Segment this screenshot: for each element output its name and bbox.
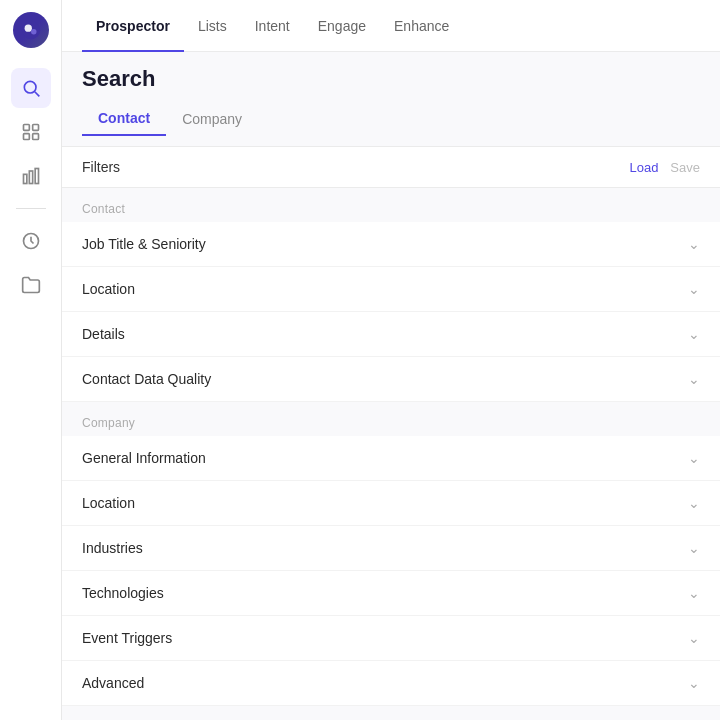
filter-job-title[interactable]: Job Title & Seniority ⌄ [62,222,720,267]
search-title: Search [82,66,700,92]
filter-industries[interactable]: Industries ⌄ [62,526,720,571]
nav-prospector[interactable]: Prospector [82,0,184,52]
company-section-label: Company [62,402,720,436]
tab-company[interactable]: Company [166,102,258,136]
sidebar-chart-icon[interactable] [11,156,51,196]
filters-bar: Filters Load Save [62,147,720,188]
chevron-down-icon: ⌄ [688,450,700,466]
sidebar-history-icon[interactable] [11,221,51,261]
sidebar-divider [16,208,46,209]
chevron-down-icon: ⌄ [688,585,700,601]
filter-advanced[interactable]: Advanced ⌄ [62,661,720,706]
filter-details[interactable]: Details ⌄ [62,312,720,357]
chevron-down-icon: ⌄ [688,675,700,691]
sidebar-list-icon[interactable] [11,112,51,152]
chevron-down-icon: ⌄ [688,371,700,387]
svg-rect-7 [23,134,29,140]
filters-actions: Load Save [629,160,700,175]
tabs-row: Contact Company [82,102,700,136]
filter-event-triggers[interactable]: Event Triggers ⌄ [62,616,720,661]
app-logo [13,12,49,48]
chevron-down-icon: ⌄ [688,236,700,252]
filter-location-company[interactable]: Location ⌄ [62,481,720,526]
contact-section-label: Contact [62,188,720,222]
load-button[interactable]: Load [629,160,658,175]
svg-rect-9 [23,174,26,183]
svg-line-4 [34,92,39,97]
svg-rect-8 [32,134,38,140]
filter-location-contact[interactable]: Location ⌄ [62,267,720,312]
filters-label: Filters [82,159,120,175]
nav-engage[interactable]: Engage [304,0,380,52]
sidebar-search-icon[interactable] [11,68,51,108]
sidebar-folder-icon[interactable] [11,265,51,305]
svg-point-1 [24,25,31,32]
svg-rect-10 [29,171,32,184]
nav-lists[interactable]: Lists [184,0,241,52]
svg-rect-6 [32,125,38,131]
chevron-down-icon: ⌄ [688,540,700,556]
sidebar [0,0,62,720]
tab-contact[interactable]: Contact [82,102,166,136]
chevron-down-icon: ⌄ [688,326,700,342]
filter-technologies[interactable]: Technologies ⌄ [62,571,720,616]
save-button[interactable]: Save [670,160,700,175]
nav-enhance[interactable]: Enhance [380,0,463,52]
top-nav: Prospector Lists Intent Engage Enhance [62,0,720,52]
filter-contact-data-quality[interactable]: Contact Data Quality ⌄ [62,357,720,402]
chevron-down-icon: ⌄ [688,495,700,511]
nav-intent[interactable]: Intent [241,0,304,52]
svg-rect-11 [35,169,38,184]
search-panel: Search Contact Company Filters Load Save… [62,52,720,720]
main-content: Prospector Lists Intent Engage Enhance S… [62,0,720,720]
svg-point-2 [31,29,37,35]
chevron-down-icon: ⌄ [688,630,700,646]
svg-point-3 [24,81,36,93]
chevron-down-icon: ⌄ [688,281,700,297]
svg-rect-5 [23,125,29,131]
filter-general-information[interactable]: General Information ⌄ [62,436,720,481]
search-header: Search Contact Company [62,52,720,147]
contact-filters-section: Contact Job Title & Seniority ⌄ Location… [62,188,720,706]
